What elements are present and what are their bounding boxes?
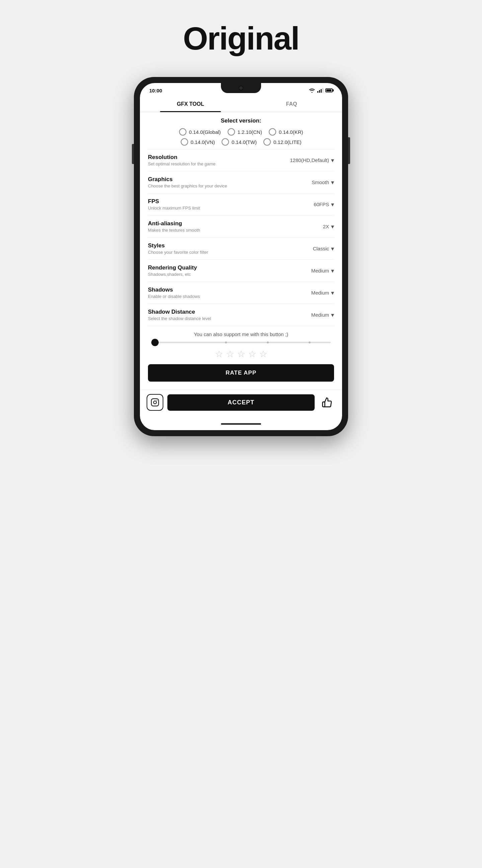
phone-screen: 10:00 — [140, 83, 342, 430]
setting-name-fps: FPS — [148, 198, 314, 205]
setting-name-shadows: Shadows — [148, 286, 311, 293]
resolution-value-text: 1280(HD,Default) — [290, 157, 329, 163]
setting-desc-styles: Choose your favorite color filter — [148, 250, 313, 255]
setting-value-shadows[interactable]: Medium ▾ — [311, 289, 334, 297]
home-indicator — [140, 417, 342, 430]
setting-name-rendering-quality: Rendering Quality — [148, 265, 311, 271]
star-1[interactable]: ☆ — [215, 348, 223, 360]
phone-notch — [221, 83, 261, 93]
tab-gfx-tool[interactable]: GFX TOOL — [140, 96, 241, 112]
version-option-lite[interactable]: 0.12.0(LITE) — [263, 138, 301, 146]
slider-container[interactable] — [151, 342, 331, 343]
styles-dropdown-arrow: ▾ — [331, 245, 334, 252]
shadow-distance-value-text: Medium — [311, 312, 329, 318]
setting-row-resolution: Resolution Set optimal resolution for th… — [148, 149, 334, 172]
version-section: Select version: 0.14.0(Global) 1.2.10(CN… — [148, 112, 334, 149]
setting-value-shadow-distance[interactable]: Medium ▾ — [311, 311, 334, 319]
version-option-tw[interactable]: 0.14.0(TW) — [222, 138, 257, 146]
version-option-global[interactable]: 0.14.0(Global) — [179, 128, 221, 135]
anti-aliasing-value-text: 2X — [323, 224, 329, 229]
instagram-button[interactable] — [147, 394, 163, 411]
slider-track[interactable] — [151, 342, 331, 343]
rendering-quality-value-text: Medium — [311, 268, 329, 274]
setting-desc-graphics: Choose the best graphics for your device — [148, 183, 312, 188]
anti-aliasing-dropdown-arrow: ▾ — [331, 223, 334, 230]
setting-value-styles[interactable]: Classic ▾ — [313, 245, 334, 252]
version-option-vn[interactable]: 0.14.0(VN) — [181, 138, 215, 146]
fps-dropdown-arrow: ▾ — [331, 201, 334, 208]
resolution-dropdown-arrow: ▾ — [331, 157, 334, 164]
status-time: 10:00 — [149, 88, 162, 93]
radio-global[interactable] — [179, 128, 187, 135]
setting-desc-anti-aliasing: Makes the textures smooth — [148, 228, 323, 232]
version-label-tw: 0.14.0(TW) — [232, 139, 257, 145]
setting-info-shadow-distance: Shadow Distance Select the shadow distan… — [148, 309, 311, 321]
setting-desc-resolution: Set optimal resolution for the game — [148, 161, 290, 166]
setting-info-resolution: Resolution Set optimal resolution for th… — [148, 154, 290, 166]
version-label-cn: 1.2.10(CN) — [238, 129, 262, 135]
setting-row-shadow-distance: Shadow Distance Select the shadow distan… — [148, 304, 334, 326]
radio-kr[interactable] — [269, 128, 276, 135]
svg-rect-0 — [151, 399, 159, 406]
version-grid: 0.14.0(Global) 1.2.10(CN) 0.14.0(KR) — [148, 128, 334, 146]
shadows-dropdown-arrow: ▾ — [331, 289, 334, 297]
setting-value-fps[interactable]: 60FPS ▾ — [314, 201, 334, 208]
version-option-cn[interactable]: 1.2.10(CN) — [228, 128, 262, 135]
main-content: Select version: 0.14.0(Global) 1.2.10(CN… — [140, 112, 342, 390]
setting-value-anti-aliasing[interactable]: 2X ▾ — [323, 223, 334, 230]
setting-desc-shadow-distance: Select the shadow distance level — [148, 316, 311, 321]
slider-dot-3 — [309, 341, 311, 343]
setting-name-resolution: Resolution — [148, 154, 290, 161]
setting-info-graphics: Graphics Choose the best graphics for yo… — [148, 176, 312, 188]
setting-value-graphics[interactable]: Smooth ▾ — [312, 179, 334, 186]
setting-desc-rendering-quality: Shadows,shaders, etc — [148, 272, 311, 277]
setting-info-anti-aliasing: Anti-aliasing Makes the textures smooth — [148, 220, 323, 232]
star-3[interactable]: ☆ — [237, 348, 245, 360]
like-button[interactable] — [319, 394, 335, 411]
stars-container[interactable]: ☆ ☆ ☆ ☆ ☆ — [148, 348, 334, 360]
setting-row-anti-aliasing: Anti-aliasing Makes the textures smooth … — [148, 216, 334, 238]
graphics-dropdown-arrow: ▾ — [331, 179, 334, 186]
version-label-kr: 0.14.0(KR) — [279, 129, 303, 135]
setting-row-fps: FPS Unlock maximum FPS limit 60FPS ▾ — [148, 193, 334, 216]
star-2[interactable]: ☆ — [226, 348, 234, 360]
setting-name-styles: Styles — [148, 242, 313, 249]
version-option-kr[interactable]: 0.14.0(KR) — [269, 128, 303, 135]
setting-value-rendering-quality[interactable]: Medium ▾ — [311, 267, 334, 275]
setting-desc-shadows: Enable or disable shadows — [148, 294, 311, 299]
instagram-icon — [151, 398, 159, 407]
setting-value-resolution[interactable]: 1280(HD,Default) ▾ — [290, 157, 334, 164]
graphics-value-text: Smooth — [312, 179, 329, 185]
setting-name-shadow-distance: Shadow Distance — [148, 309, 311, 315]
fps-value-text: 60FPS — [314, 202, 329, 207]
radio-cn[interactable] — [228, 128, 235, 135]
svg-point-2 — [157, 400, 157, 401]
setting-name-anti-aliasing: Anti-aliasing — [148, 220, 323, 227]
version-label-vn: 0.14.0(VN) — [191, 139, 215, 145]
slider-dot-1 — [225, 341, 227, 343]
rendering-quality-dropdown-arrow: ▾ — [331, 267, 334, 275]
version-row-1: 0.14.0(Global) 1.2.10(CN) 0.14.0(KR) — [148, 128, 334, 135]
star-4[interactable]: ☆ — [248, 348, 256, 360]
battery-icon — [325, 88, 333, 92]
version-row-2: 0.14.0(VN) 0.14.0(TW) 0.12.0(LITE) — [148, 138, 334, 146]
accept-button[interactable]: ACCEPT — [167, 394, 315, 411]
app-tabs: GFX TOOL FAQ — [140, 96, 342, 112]
star-5[interactable]: ☆ — [259, 348, 267, 360]
support-text: You can also support me with this button… — [148, 332, 334, 337]
front-camera — [239, 86, 243, 90]
slider-dots — [151, 341, 331, 343]
setting-info-styles: Styles Choose your favorite color filter — [148, 242, 313, 255]
support-section: You can also support me with this button… — [148, 326, 334, 390]
rate-app-button[interactable]: RATE APP — [148, 364, 334, 382]
radio-lite[interactable] — [263, 138, 271, 146]
radio-vn[interactable] — [181, 138, 188, 146]
wifi-icon — [309, 88, 315, 93]
tab-faq[interactable]: FAQ — [241, 96, 342, 112]
setting-row-rendering-quality: Rendering Quality Shadows,shaders, etc M… — [148, 260, 334, 282]
setting-info-rendering-quality: Rendering Quality Shadows,shaders, etc — [148, 265, 311, 277]
radio-tw[interactable] — [222, 138, 229, 146]
setting-name-graphics: Graphics — [148, 176, 312, 183]
setting-row-graphics: Graphics Choose the best graphics for yo… — [148, 172, 334, 193]
thumbs-up-icon — [322, 397, 332, 408]
